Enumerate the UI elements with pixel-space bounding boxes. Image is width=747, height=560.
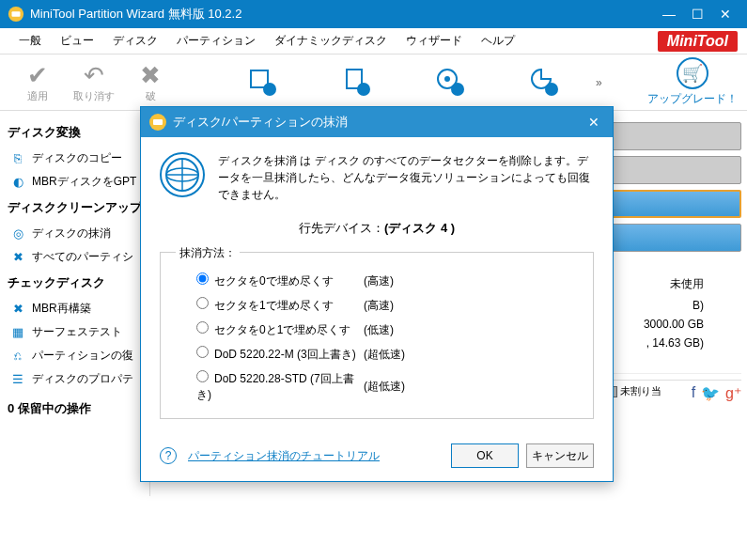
sidebar-copy-disk[interactable]: ⎘ディスクのコピー (4, 147, 146, 170)
svg-point-7 (444, 76, 450, 82)
maximize-button[interactable]: ☐ (683, 0, 711, 28)
wipe-icon: ◎ (9, 226, 26, 241)
menubar: 一般 ビュー ディスク パーティション ダイナミックディスク ウィザード ヘルプ… (0, 28, 747, 54)
sidebar-wipe-disk[interactable]: ◎ディスクの抹消 (4, 222, 146, 245)
menu-partition[interactable]: パーティション (167, 29, 265, 53)
toolbar: ✔適用 ↶取り消す ✖破 » 🛒 アップグレード！ (0, 54, 747, 111)
group-cleanup: ディスククリーンアップ (4, 194, 146, 222)
twitter-icon[interactable]: 🐦 (701, 384, 720, 412)
social-links: f 🐦 g⁺ (692, 384, 741, 412)
delete-icon: ✖ (9, 250, 26, 265)
svg-rect-11 (153, 119, 163, 125)
wipe-method-group: 抹消方法： セクタを0で埋め尽くす(高速) セクタを1で埋め尽くす(高速) セク… (160, 252, 594, 419)
sidebar-rebuild-mbr[interactable]: ✖MBR再構築 (4, 297, 146, 320)
sidebar: ディスク変換 ⎘ディスクのコピー ◐MBRディスクをGPT ディスククリーンアッ… (0, 111, 150, 496)
menu-view[interactable]: ビュー (51, 29, 103, 53)
sidebar-partition-recover[interactable]: ⎌パーティションの復 (4, 344, 146, 367)
globe-icon (160, 152, 205, 197)
radio-fill-zero-one[interactable]: セクタを0と1で埋め尽くす(低速) (176, 318, 578, 342)
dialog-titlebar: ディスク/パーティションの抹消 ✕ (141, 107, 613, 137)
brand-logo: MiniTool (658, 31, 738, 52)
cancel-button[interactable]: キャンセル (526, 443, 594, 468)
svg-point-9 (545, 83, 558, 96)
upgrade-button[interactable]: 🛒 アップグレード！ (647, 57, 738, 107)
titlebar: MiniTool Partition Wizard 無料版 10.2.2 ― ☐… (0, 0, 747, 28)
ok-button[interactable]: OK (451, 443, 519, 468)
tool-icon-4[interactable] (498, 67, 592, 99)
facebook-icon[interactable]: f (692, 384, 695, 412)
props-icon: ☰ (9, 372, 26, 387)
discard-icon: ✖ (140, 61, 161, 89)
help-icon: ? (160, 447, 177, 464)
target-device: 行先デバイス：(ディスク 4 ) (160, 220, 594, 237)
radio-dod-3pass[interactable]: DoD 5220.22-M (3回上書き)(超低速) (176, 342, 578, 366)
undo-icon: ↶ (84, 61, 104, 89)
wrench-icon: ✖ (9, 302, 26, 317)
app-title: MiniTool Partition Wizard 無料版 10.2.2 (30, 6, 655, 23)
tool-icon-3[interactable] (404, 67, 498, 99)
menu-help[interactable]: ヘルプ (472, 29, 524, 53)
convert-icon: ◐ (9, 175, 26, 190)
check-icon: ✔ (27, 61, 48, 89)
group-disk-convert: ディスク変換 (4, 118, 146, 147)
method-title: 抹消方法： (176, 245, 240, 261)
svg-point-8 (451, 83, 464, 96)
sidebar-disk-props[interactable]: ☰ディスクのプロパテ (4, 367, 146, 391)
svg-point-3 (263, 83, 276, 96)
dialog-close-button[interactable]: ✕ (583, 115, 605, 130)
dialog-title-text: ディスク/パーティションの抹消 (173, 114, 583, 131)
menu-dynamic[interactable]: ダイナミックディスク (265, 29, 397, 53)
copy-icon: ⎘ (9, 151, 26, 166)
svg-rect-1 (12, 11, 21, 16)
menu-disk[interactable]: ディスク (103, 29, 167, 53)
sidebar-surface-test[interactable]: ▦サーフェステスト (4, 320, 146, 344)
apply-button[interactable]: ✔適用 (9, 61, 66, 103)
app-icon (8, 6, 24, 23)
radio-dod-7pass[interactable]: DoD 5220.28-STD (7回上書き)(超低速) (176, 366, 578, 407)
close-button[interactable]: ✕ (711, 0, 739, 28)
cart-icon: 🛒 (677, 57, 708, 89)
group-checkdisk: チェックディスク (4, 269, 146, 297)
tool-icon-1[interactable] (216, 67, 310, 99)
google-plus-icon[interactable]: g⁺ (725, 384, 741, 412)
discard-button[interactable]: ✖破 (122, 61, 179, 103)
undo-button[interactable]: ↶取り消す (66, 61, 122, 103)
grid-icon: ▦ (9, 325, 26, 340)
tutorial-link[interactable]: パーティション抹消のチュートリアル (188, 448, 380, 464)
pending-ops: 0 保留中の操作 (4, 391, 146, 427)
chevron-right-icon[interactable]: » (592, 76, 606, 89)
menu-general[interactable]: 一般 (9, 29, 51, 53)
sidebar-mbr-to-gpt[interactable]: ◐MBRディスクをGPT (4, 170, 146, 194)
sidebar-delete-all[interactable]: ✖すべてのパーティシ (4, 245, 146, 269)
menu-wizard[interactable]: ウィザード (397, 29, 472, 53)
svg-point-5 (357, 83, 370, 96)
radio-fill-zero[interactable]: セクタを0で埋め尽くす(高速) (176, 269, 578, 293)
recover-icon: ⎌ (9, 349, 26, 364)
radio-fill-one[interactable]: セクタを1で埋め尽くす(高速) (176, 293, 578, 318)
wipe-dialog: ディスク/パーティションの抹消 ✕ ディスクを抹消 は ディスク のすべてのデー… (140, 106, 614, 482)
dialog-description: ディスクを抹消 は ディスク のすべてのデータセクターを削除します。データを一旦… (218, 152, 594, 203)
dialog-icon (148, 113, 167, 132)
minimize-button[interactable]: ― (655, 0, 683, 28)
tool-icon-2[interactable] (310, 67, 404, 99)
